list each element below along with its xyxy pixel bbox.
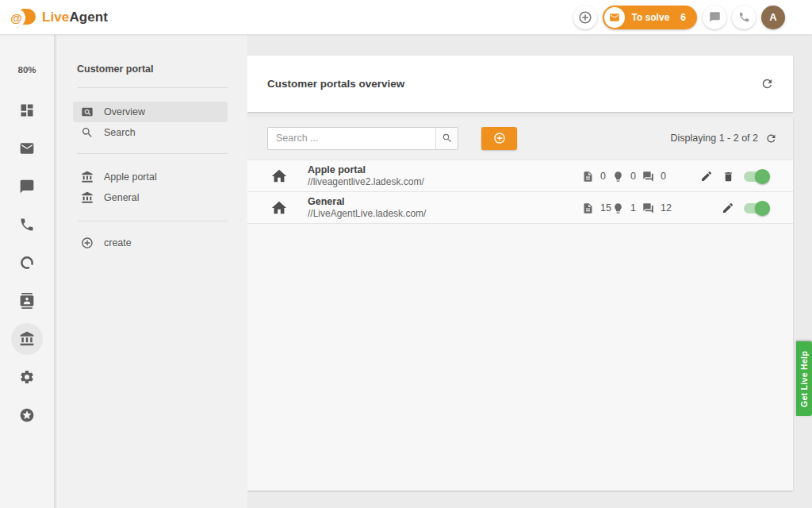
edit-button[interactable] (700, 170, 713, 183)
rail-item-social[interactable] (11, 247, 43, 279)
articles-count-value: 0 (600, 171, 606, 182)
add-circle-outline-icon (81, 237, 94, 249)
get-live-help-tab[interactable]: Get Live Help (796, 341, 812, 416)
rail-item-dashboard[interactable] (11, 94, 43, 126)
panel-item-overview[interactable]: Overview (73, 102, 228, 122)
panel-portals-group: Apple portal General (57, 167, 247, 208)
top-header: @ LiveAgent To solve 6 A (0, 0, 812, 35)
refresh-list-button[interactable] (765, 133, 777, 144)
panel-item-create[interactable]: create (73, 233, 228, 253)
envelope-icon (604, 7, 625, 28)
panel-item-general[interactable]: General (73, 187, 228, 208)
trash-icon (722, 171, 734, 183)
panel-item-label: General (104, 192, 139, 203)
add-circle-icon (578, 10, 592, 25)
suggestions-count: 0 (612, 171, 642, 183)
pencil-icon (700, 170, 713, 183)
panel-divider (77, 87, 228, 88)
liveagent-logo: @ LiveAgent (8, 6, 108, 29)
search-group (267, 127, 458, 150)
icon-rail: 80% (0, 35, 56, 508)
forum-count: 12 (642, 202, 672, 214)
displaying-text: Displaying 1 - 2 of 2 (671, 133, 758, 144)
rail-item-settings[interactable] (11, 361, 43, 393)
search-submit-button[interactable] (435, 128, 458, 149)
overview-icon (81, 106, 94, 118)
edit-button[interactable] (722, 202, 734, 214)
chat-icon (19, 179, 35, 194)
table-row-general[interactable]: General //LiveAgentLive.ladesk.com/ 15 1… (247, 192, 793, 224)
portal-enabled-toggle[interactable] (744, 203, 769, 214)
panel-item-label: Overview (104, 106, 145, 117)
portals-table-card: Displaying 1 - 2 of 2 Apple portal //liv… (247, 117, 793, 491)
search-icon (81, 126, 94, 139)
liveagent-logo-icon: @ (8, 6, 36, 29)
rail-item-calls[interactable] (11, 209, 43, 241)
rail-item-chats[interactable] (11, 171, 43, 202)
rail-item-addons[interactable] (11, 399, 43, 431)
brand-agent: Agent (69, 10, 108, 25)
forum-icon (642, 202, 654, 214)
contacts-icon (19, 293, 35, 309)
portal-enabled-toggle[interactable] (744, 171, 769, 182)
rail-item-customer-portal[interactable] (11, 323, 43, 355)
chat-icon (709, 11, 721, 23)
row-text: Apple portal //liveagentlive2.ladesk.com… (308, 164, 424, 188)
articles-count: 15 (582, 202, 612, 214)
portal-name: Apple portal (308, 164, 424, 176)
article-icon (582, 171, 594, 183)
to-solve-label: To solve (632, 12, 670, 23)
forum-count: 0 (642, 171, 672, 183)
panel-nav-group: Overview Search (57, 102, 247, 143)
refresh-icon (765, 133, 777, 144)
panel-item-label: create (104, 237, 132, 248)
add-button[interactable] (573, 6, 597, 29)
brand-wordmark: LiveAgent (42, 10, 108, 25)
settings-icon (19, 369, 35, 385)
create-portal-button[interactable] (481, 127, 517, 150)
bank-icon (81, 171, 94, 183)
main-area: Customer portals overview Displaying 1 -… (247, 35, 812, 508)
chat-button[interactable] (703, 6, 726, 29)
portal-url: //LiveAgentLive.ladesk.com/ (308, 208, 426, 220)
mail-icon (19, 140, 35, 156)
panel-item-apple-portal[interactable]: Apple portal (73, 167, 228, 187)
panel-item-search[interactable]: Search (73, 122, 228, 143)
to-solve-button[interactable]: To solve 6 (603, 6, 697, 29)
pencil-icon (722, 202, 734, 214)
page-title-card: Customer portals overview (247, 56, 793, 112)
forum-icon (642, 171, 654, 183)
panel-create-group: create (57, 233, 247, 253)
panel-title: Customer portal (77, 64, 228, 75)
home-icon (270, 199, 288, 217)
home-icon (270, 167, 288, 185)
refresh-button[interactable] (760, 77, 774, 90)
phone-icon (19, 217, 35, 233)
portal-name: General (308, 196, 426, 208)
usage-percent: 80% (0, 65, 54, 76)
ring-icon (19, 255, 35, 271)
table-row-apple-portal[interactable]: Apple portal //liveagentlive2.ladesk.com… (247, 160, 793, 192)
displaying-info: Displaying 1 - 2 of 2 (671, 133, 777, 144)
dashboard-icon (19, 102, 35, 118)
panel-item-label: Apple portal (104, 171, 157, 183)
addons-icon (19, 407, 35, 423)
rail-item-contacts[interactable] (11, 285, 43, 317)
refresh-icon (760, 77, 774, 90)
bank-icon (81, 191, 94, 204)
lightbulb-icon (612, 202, 624, 214)
search-icon (442, 133, 453, 144)
delete-button[interactable] (722, 171, 734, 183)
call-button[interactable] (732, 6, 756, 29)
customer-portal-panel: Customer portal Overview Search Apple po… (57, 35, 247, 508)
forum-count-value: 0 (661, 171, 666, 182)
row-counts: 15 1 12 (582, 192, 672, 224)
portal-icon (19, 331, 35, 347)
row-counts: 0 0 0 (582, 160, 672, 192)
rail-item-tickets[interactable] (11, 133, 43, 164)
forum-count-value: 12 (661, 202, 672, 214)
search-input[interactable] (268, 128, 435, 149)
rail-items (0, 94, 54, 437)
panel-item-label: Search (104, 127, 136, 138)
avatar[interactable]: A (761, 6, 785, 29)
